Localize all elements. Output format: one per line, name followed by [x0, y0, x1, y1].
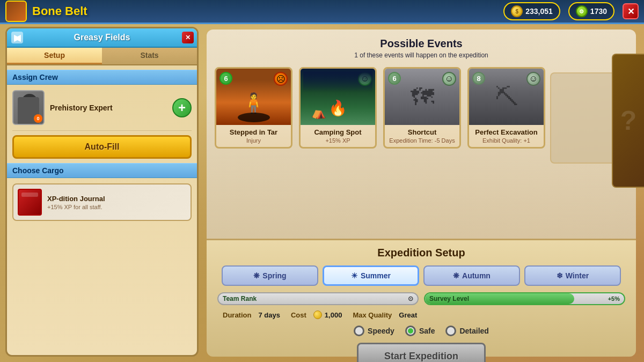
question-mark-panel: ? [612, 54, 644, 188]
event-image-3: 6 ☺ 🗺 [385, 69, 459, 125]
mode-row: Speedy Safe Detailed [217, 326, 625, 336]
event-card-body-1: Stepped in Tar Injury [216, 125, 291, 147]
top-bar: Bone Belt $ 233,051 ⚙ 1730 ✕ [0, 0, 644, 24]
stat-team-rank: Team Rank ⊙ [217, 292, 419, 305]
game-icon [5, 1, 27, 22]
summer-label: Summer [361, 271, 391, 280]
event-card-desc-3: Expedition Time: -5 Days [389, 137, 455, 144]
xp-amount: 1730 [590, 7, 607, 16]
event-card-4[interactable]: 8 ☺ ⛏ Perfect Excavation Exhibit Quality… [467, 67, 545, 149]
setup-title: Expedition Setup [217, 247, 625, 259]
event-card-desc-4: Exhibit Quality: +1 [473, 137, 539, 144]
event-card-body-4: Perfect Excavation Exhibit Quality: +1 [469, 125, 544, 147]
season-spring-button[interactable]: ❋ Spring [222, 265, 318, 286]
xp-icon: ⚙ [576, 5, 588, 17]
add-crew-button[interactable]: + [172, 98, 192, 117]
event-image-4: 8 ☺ ⛏ [469, 69, 544, 125]
mode-detailed-label: Detailed [459, 327, 488, 335]
events-subtitle: 1 of these events will happen on the exp… [215, 51, 628, 59]
gold-icon: $ [511, 5, 523, 17]
survey-level-bar: Survey Level +5% [424, 292, 625, 305]
tab-stats[interactable]: Stats [102, 48, 197, 64]
currency-xp: ⚙ 1730 [568, 2, 614, 20]
cargo-details: XP-dition Journal +15% XP for all staff. [47, 195, 105, 210]
stat-survey-level: Survey Level +5% [424, 292, 625, 305]
stats-row: Team Rank ⊙ Survey Level +5% [217, 292, 625, 305]
radio-safe[interactable] [405, 326, 416, 336]
cargo-desc: +15% XP for all staff. [47, 204, 105, 210]
top-bar-right: $ 233,051 ⚙ 1730 ✕ [503, 2, 639, 20]
summer-icon: ☀ [351, 271, 358, 280]
event-card-2[interactable]: ☺ 🔥 ⛺ Camping Spot +15% XP [299, 67, 377, 149]
mode-safe[interactable]: Safe [405, 326, 435, 336]
auto-fill-button[interactable]: Auto-Fill [12, 135, 192, 159]
cargo-name: XP-dition Journal [47, 195, 105, 203]
expedition-setup-section: Expedition Setup ❋ Spring ☀ Summer ❋ Aut… [207, 239, 636, 357]
event-card-1[interactable]: 6 ☹ 🧍 Stepped in Tar Injury [215, 67, 292, 149]
assign-crew-header: Assign Crew [7, 70, 197, 85]
duration-item: Duration 7 days [223, 311, 280, 319]
top-close-button[interactable]: ✕ [623, 3, 639, 19]
event-card-desc-2: +15% XP [305, 137, 371, 144]
left-panel-tabs: Setup Stats [7, 48, 197, 65]
survey-level-label: Survey Level [429, 295, 469, 302]
left-panel-header: ◀ Greasy Fields ▶ ✕ [7, 28, 197, 48]
left-panel: ◀ Greasy Fields ▶ ✕ Setup Stats Assign C… [5, 27, 199, 357]
mode-speedy-label: Speedy [368, 327, 394, 335]
events-section: Possible Events 1 of these events will h… [207, 29, 636, 239]
spring-label: Spring [262, 271, 286, 280]
autumn-icon: ❋ [453, 271, 459, 280]
radio-speedy[interactable] [354, 326, 364, 336]
events-title: Possible Events [215, 38, 628, 50]
currency-gold: $ 233,051 [503, 2, 560, 20]
team-rank-label: Team Rank [223, 295, 257, 302]
event-number-1: 6 [219, 72, 232, 85]
maxquality-item: Max Quality Great [353, 311, 417, 319]
crew-info: Prehistory Expert [50, 104, 167, 112]
event-card-desc-1: Injury [221, 137, 287, 144]
spring-icon: ❋ [253, 271, 260, 280]
gold-amount: 233,051 [525, 7, 553, 16]
question-mark-icon: ? [620, 105, 637, 136]
event-smiley-1: ☹ [274, 72, 288, 86]
radio-detailed[interactable] [445, 326, 456, 336]
detail-row: Duration 7 days Cost 1,000 Max Quality G… [217, 311, 625, 319]
mode-detailed[interactable]: Detailed [445, 326, 488, 336]
duration-value: 7 days [258, 311, 280, 319]
event-card-body-3: Shortcut Expedition Time: -5 Days [385, 125, 459, 147]
maxquality-value: Great [399, 311, 417, 319]
page-title: Bone Belt [32, 4, 87, 18]
autumn-label: Autumn [462, 271, 491, 280]
start-expedition-button[interactable]: Start Expedition [357, 343, 486, 362]
cargo-item: XP-dition Journal +15% XP for all staff. [12, 183, 192, 221]
event-card-title-1: Stepped in Tar [221, 128, 287, 136]
choose-cargo-header: Choose Cargo [7, 163, 197, 178]
season-summer-button[interactable]: ☀ Summer [323, 265, 419, 286]
cost-item: Cost 1,000 [291, 311, 342, 319]
winter-icon: ❄ [557, 271, 563, 280]
tab-setup[interactable]: Setup [7, 48, 102, 64]
cost-label: Cost [291, 311, 306, 319]
maxquality-label: Max Quality [353, 311, 392, 319]
cost-value: 1,000 [325, 311, 342, 319]
event-card-title-2: Camping Spot [305, 128, 371, 136]
mode-speedy[interactable]: Speedy [354, 326, 394, 336]
event-image-1: 6 ☹ 🧍 [216, 69, 291, 125]
nav-right-button[interactable]: ▶ [11, 32, 23, 43]
radio-safe-fill [408, 328, 413, 334]
crew-level-badge: 0 [34, 114, 42, 123]
winter-label: Winter [566, 271, 589, 280]
location-title: Greasy Fields [74, 33, 130, 42]
season-buttons: ❋ Spring ☀ Summer ❋ Autumn ❄ Winter [217, 265, 625, 286]
cost-coin-icon [313, 311, 322, 319]
event-card-3[interactable]: 6 ☺ 🗺 Shortcut Expedition Time: -5 Days [383, 67, 461, 149]
season-autumn-button[interactable]: ❋ Autumn [423, 265, 520, 286]
crew-area: 0 Prehistory Expert + [7, 85, 197, 130]
event-image-2: ☺ 🔥 ⛺ [301, 69, 375, 125]
mode-safe-label: Safe [419, 327, 435, 335]
season-winter-button[interactable]: ❄ Winter [524, 265, 621, 286]
event-card-title-3: Shortcut [389, 128, 455, 136]
panel-close-button[interactable]: ✕ [182, 32, 194, 43]
duration-label: Duration [223, 311, 251, 319]
survey-level-suffix: +5% [608, 295, 620, 302]
